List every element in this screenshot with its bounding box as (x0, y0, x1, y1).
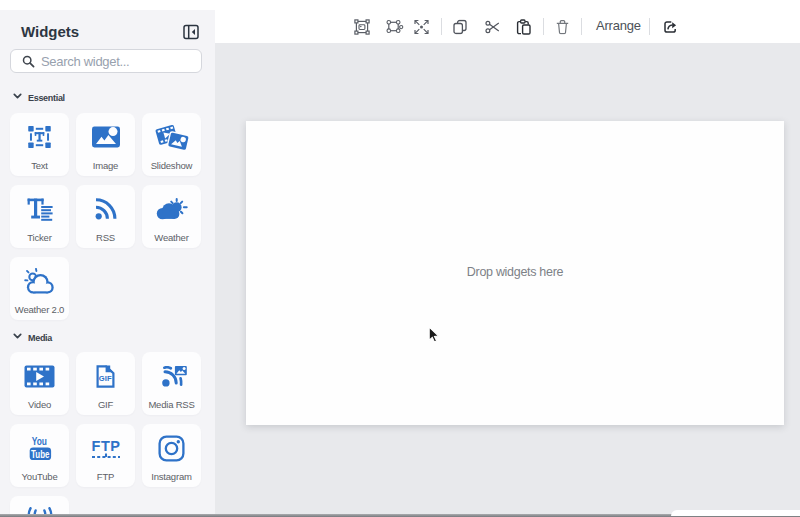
svg-text:You: You (32, 436, 47, 448)
svg-text:Tube: Tube (31, 448, 49, 459)
svg-text:GIF: GIF (99, 374, 112, 383)
svg-text:FTP: FTP (91, 438, 120, 454)
